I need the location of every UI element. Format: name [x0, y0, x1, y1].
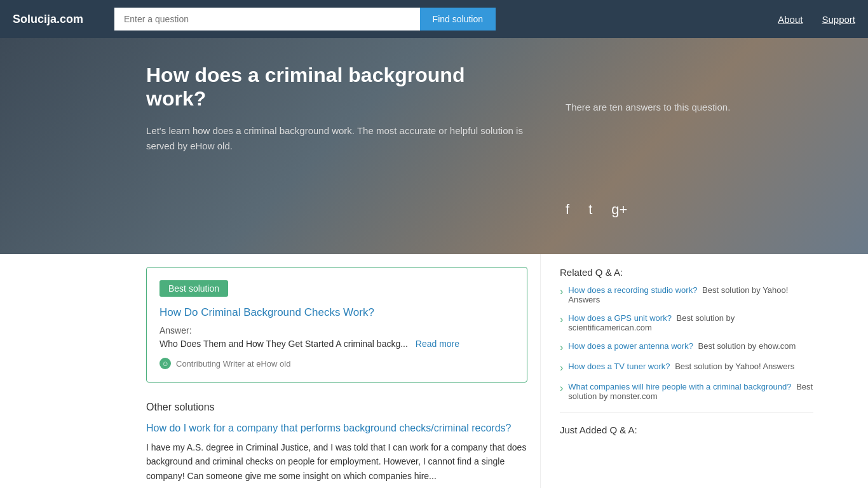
related-qa-title: Related Q & A:: [560, 267, 813, 278]
best-solution-badge: Best solution: [159, 280, 228, 297]
hero-description: Let's learn how does a criminal backgrou…: [146, 123, 527, 154]
best-solution-card: Best solution How Do Criminal Background…: [146, 267, 527, 383]
hero-section: How does a criminal background work? Let…: [0, 38, 868, 254]
other-solution-title-link[interactable]: How do I work for a company that perform…: [146, 423, 527, 434]
hero-right: There are ten answers to this question. …: [566, 64, 730, 241]
search-input[interactable]: [114, 8, 420, 30]
main-layout: Best solution How Do Criminal Background…: [0, 254, 868, 488]
find-solution-button[interactable]: Find solution: [420, 8, 496, 30]
related-item-3: › How does a power antenna work? Best so…: [560, 341, 813, 353]
main-content: Best solution How Do Criminal Background…: [0, 254, 540, 488]
related-item-4: › How does a TV tuner work? Best solutio…: [560, 362, 813, 373]
googleplus-icon[interactable]: g+: [611, 201, 627, 218]
other-solution-item: How do I work for a company that perform…: [146, 423, 527, 488]
related-link-1[interactable]: How does a recording studio work?: [568, 285, 697, 295]
header: Solucija.com Find solution About Support: [0, 0, 868, 38]
nav-links: About Support: [778, 14, 855, 25]
answer-count-text: There are ten answers to this question.: [566, 102, 730, 112]
related-link-3[interactable]: How does a power antenna work?: [568, 341, 693, 351]
related-link-2[interactable]: How does a GPS unit work?: [568, 313, 672, 323]
related-bullet-1: ›: [560, 287, 563, 297]
other-solutions-heading: Other solutions: [146, 402, 527, 413]
best-solution-author: Contributing Writer at eHow old: [176, 359, 290, 369]
twitter-icon[interactable]: t: [588, 201, 592, 218]
sidebar: Related Q & A: › How does a recording st…: [540, 254, 832, 488]
hero-title: How does a criminal background work?: [146, 64, 527, 111]
related-bullet-5: ›: [560, 383, 563, 393]
related-bullet-4: ›: [560, 363, 563, 373]
facebook-icon[interactable]: f: [566, 201, 569, 218]
related-bestby-3: Best solution by ehow.com: [698, 341, 796, 351]
related-item-1: › How does a recording studio work? Best…: [560, 285, 813, 304]
social-icons: f t g+: [566, 201, 730, 218]
other-solution-body: I have my A.S. degree in Criminal Justic…: [146, 440, 527, 483]
best-solution-author-row: ☺ Contributing Writer at eHow old: [159, 358, 514, 369]
related-link-5[interactable]: What companies will hire people with a c…: [568, 382, 791, 391]
related-item-5: › What companies will hire people with a…: [560, 382, 813, 401]
site-logo: Solucija.com: [13, 13, 102, 26]
related-link-4[interactable]: How does a TV tuner work?: [568, 362, 670, 371]
search-form: Find solution: [114, 8, 496, 30]
nav-support-link[interactable]: Support: [822, 14, 855, 25]
just-added-title: Just Added Q & A:: [560, 424, 813, 435]
nav-about-link[interactable]: About: [778, 14, 803, 25]
best-solution-author-icon: ☺: [159, 358, 171, 369]
related-item-2: › How does a GPS unit work? Best solutio…: [560, 313, 813, 332]
related-bestby-4: Best solution by Yahoo! Answers: [675, 362, 794, 371]
best-solution-answer-label: Answer:: [159, 325, 514, 336]
best-solution-title-link[interactable]: How Do Criminal Background Checks Work?: [159, 306, 514, 319]
best-solution-snippet: Who Does Them and How They Get Started A…: [159, 339, 408, 349]
sidebar-divider: [560, 412, 813, 413]
related-bullet-2: ›: [560, 315, 563, 325]
related-bullet-3: ›: [560, 342, 563, 353]
best-solution-read-more[interactable]: Read more: [416, 339, 459, 349]
hero-content: How does a criminal background work? Let…: [146, 64, 527, 241]
